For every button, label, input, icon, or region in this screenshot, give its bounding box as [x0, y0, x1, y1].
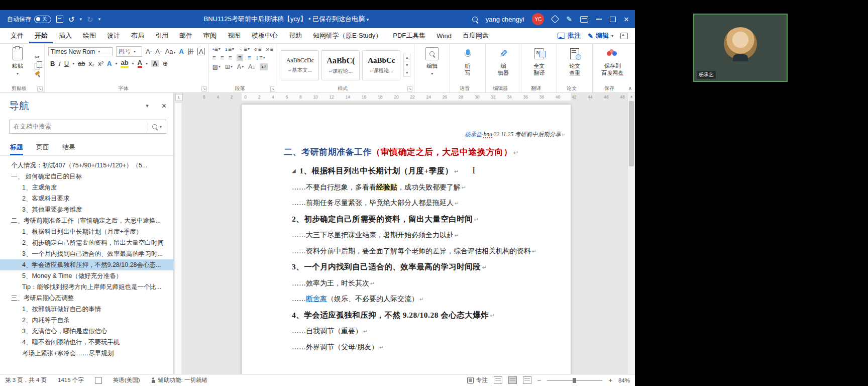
font-size-combo[interactable]: 四号 ▾ [116, 46, 142, 57]
subscript-button[interactable]: x₂ [89, 60, 95, 67]
outline-item[interactable]: 5、Money & Time（做好充分准备） [0, 270, 173, 281]
editor-button[interactable]: ✎ 编 辑器 [489, 46, 517, 84]
decrease-indent-button[interactable]: «≡ [254, 46, 262, 52]
search-input[interactable] [10, 123, 148, 130]
style-scroll-up-icon[interactable]: ▴ [404, 54, 410, 62]
autosave-toggle[interactable]: 自动保存 关 [7, 15, 51, 24]
zoom-slider-thumb[interactable] [573, 378, 576, 383]
outline-item[interactable]: 3、一个月内找到自己适合的、效率最高的学习时... [0, 248, 173, 259]
outline-item[interactable]: 2、初步确定自己所需要的资料，留出大量空白时间 [0, 237, 173, 248]
outline-item[interactable]: 一、 如何确定自己的目标 [0, 171, 173, 182]
copy-icon[interactable] [35, 63, 40, 69]
zoom-in-button[interactable]: + [608, 377, 612, 383]
full-translate-button[interactable]: 全文 翻译 [525, 46, 553, 84]
font-name-combo[interactable]: Times New Rom ▾ [48, 47, 113, 56]
navigation-tab[interactable]: 页面 [36, 143, 49, 155]
ribbon-tab[interactable]: 邮件 [174, 28, 198, 43]
document-line[interactable]: ……资料分前中后期，要全面了解每个老师的差异，综合评估相关机构的资料↵ [292, 244, 571, 260]
highlight-dropdown-icon[interactable]: ▾ [132, 61, 134, 66]
comments-button[interactable]: 批注 [558, 31, 581, 40]
user-name[interactable]: yang chengyi [486, 16, 524, 23]
paragraph-dialog-launcher[interactable]: ↘ [270, 86, 276, 91]
outline-item[interactable]: 3、充满信心，哪怕是虚假信心 [0, 326, 173, 337]
document-line[interactable]: ……不要自行想象，多看看经验贴，成功失败都要了解↵ [292, 180, 571, 196]
numbering-button[interactable]: 1≡▾ [225, 46, 234, 52]
multilevel-list-button[interactable]: ⋮≡▾ [239, 46, 250, 52]
shading-button[interactable]: ▨▾ [212, 64, 221, 70]
ribbon-display-options-icon[interactable] [580, 16, 588, 23]
baidu-save-button[interactable]: 保存到 百度网盘 [596, 46, 628, 84]
change-case-button[interactable]: Aa▾ [165, 48, 176, 55]
outline-item[interactable]: 1、主观角度 [0, 182, 173, 193]
style-card[interactable]: AaBbC(↵课程论... [321, 50, 360, 80]
align-right-button[interactable]: ≡ [229, 55, 232, 61]
ribbon-tab[interactable]: 百度网盘 [457, 28, 494, 43]
shrink-font-button[interactable]: Aˇ [155, 48, 161, 55]
editing-menu-button[interactable]: 编辑 ▾ [418, 46, 446, 84]
document-line[interactable]: 3、一个月内找到自己适合的、效率最高的学习时间段↵ [292, 259, 571, 276]
format-painter-icon[interactable] [35, 71, 41, 77]
accessibility-status[interactable]: 辅助功能: 一切就绪 [151, 376, 207, 384]
clipboard-dialog-launcher[interactable]: ↘ [37, 86, 43, 91]
outline-item[interactable]: 2、客观科目要求 [0, 193, 173, 204]
page-indicator[interactable]: 第 3 页，共 4 页 [5, 376, 47, 384]
distribute-button[interactable]: ≡ [248, 55, 251, 61]
enclose-character-button[interactable]: ⊕ [162, 60, 168, 67]
search-icon[interactable] [472, 17, 478, 22]
autosave-switch[interactable]: 关 [34, 16, 51, 23]
bold-button[interactable]: B [50, 60, 55, 67]
navigation-tab[interactable]: 结果 [62, 143, 75, 155]
outline-item[interactable]: 2、内耗等于自杀 [0, 315, 173, 326]
outline-item[interactable]: 二、考研前期准备工作（审慎确定之后，大忌中途换... [0, 215, 173, 226]
outline-item[interactable]: Tip：能够找到报考方向上岸师兄师姐也是一个比... [0, 281, 173, 293]
highlight-color-button[interactable]: ab [121, 59, 128, 68]
align-center-button[interactable]: ≡ [221, 55, 224, 61]
navigation-tab[interactable]: 标题 [10, 143, 23, 155]
ribbon-tab[interactable]: 引用 [150, 28, 174, 43]
outline-item[interactable]: 4、学会适应孤独和压抑，不然9.28/10.28会心态... [0, 259, 173, 270]
scrollbar-thumb[interactable] [629, 101, 634, 166]
increase-indent-button[interactable]: »≡ [266, 46, 274, 52]
cut-icon[interactable]: ✂ [35, 54, 41, 61]
vertical-scrollbar[interactable]: ▴ [627, 93, 635, 374]
justify-button[interactable]: ≡ [237, 54, 243, 61]
ribbon-tab[interactable]: 知网研学（原E-Study） [307, 28, 387, 43]
character-border-button[interactable]: A [197, 48, 205, 55]
styles-dialog-launcher[interactable]: ↘ [407, 86, 413, 91]
font-color-button[interactable]: A [138, 59, 142, 68]
outline-item[interactable]: 4、睡不着闭眼睛也行，不要玩手机 [0, 337, 173, 348]
ribbon-tab[interactable]: 模板中心 [246, 28, 283, 43]
minimize-button[interactable] [596, 19, 602, 20]
word-count[interactable]: 1415 个字 [58, 376, 84, 384]
style-scroll-down-icon[interactable]: ▾ [404, 62, 410, 69]
document-line[interactable]: 杨承益·bnu·22.11.25 考研前中后期分享↵ [242, 129, 571, 140]
ribbon-tab[interactable]: 开始 [29, 28, 53, 43]
sort-button[interactable]: A↓ [248, 64, 255, 70]
share-icon[interactable] [620, 33, 628, 39]
style-card[interactable]: AaBbCcDc↵基本文... [281, 50, 319, 80]
navigation-options-icon[interactable]: ▾ [146, 103, 149, 109]
outline-item[interactable]: 3、其他重要参考维度 [0, 204, 173, 215]
undo-icon[interactable]: ↺ [68, 16, 75, 23]
print-layout-button[interactable] [508, 376, 517, 384]
zoom-out-button[interactable]: − [537, 377, 541, 383]
ribbon-tab[interactable]: 帮助 [283, 28, 307, 43]
borders-button[interactable]: ⊞▾ [225, 64, 233, 70]
document-line[interactable]: ……大三下尽量把课业结束，暑期开始必须全力以赴↵ [292, 228, 571, 244]
document-line[interactable]: ……自我调节（重要）↵ [292, 324, 571, 340]
qat-customize-icon[interactable]: ▾ [98, 17, 101, 22]
proofing-status[interactable] [95, 377, 102, 384]
document-line[interactable]: ……前期任务尽量紧张，毕竟绝大部分人都是拖延人↵ [292, 196, 571, 212]
navigation-close-icon[interactable]: × [162, 102, 166, 111]
save-icon[interactable] [56, 16, 63, 23]
outline-item[interactable]: 个人情况：初试407（75+/90+/115+/120+）（5... [0, 160, 173, 171]
focus-mode-button[interactable]: 专注 [467, 376, 488, 384]
document-canvas[interactable]: 6420246810121416182022242628303234363840… [174, 93, 635, 374]
language-indicator[interactable]: 英语(美国) [113, 376, 140, 384]
bullets-button[interactable]: •≡▾ [212, 46, 221, 52]
align-left-button[interactable]: ≡ [212, 55, 216, 61]
underline-button[interactable]: U [64, 60, 69, 67]
collapse-ribbon-icon[interactable]: ∧ [628, 85, 632, 91]
document-line[interactable]: ……断舍离（娱乐、不必要的人际交流）↵ [292, 292, 571, 308]
document-search-box[interactable]: ▾ [9, 120, 166, 134]
